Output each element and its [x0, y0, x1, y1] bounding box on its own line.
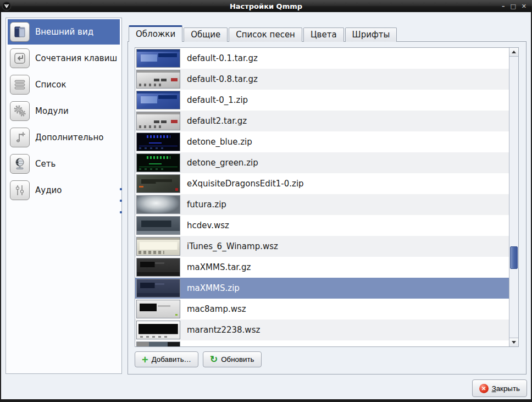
refresh-skins-button[interactable]: ↻ Обновить [203, 351, 262, 367]
misc-icon [10, 128, 30, 147]
skin-name: marantz2238.wsz [180, 325, 260, 335]
skin-thumbnail [136, 216, 180, 235]
maximize-button[interactable]: □ [510, 3, 516, 9]
skin-name: maXMMS.tar.gz [180, 262, 251, 272]
skin-thumbnail [136, 342, 180, 346]
sidebar-item-label: Модули [35, 106, 69, 116]
skin-name: futura.zip [180, 200, 226, 210]
refresh-icon: ↻ [210, 355, 218, 364]
appearance-tabbar: Обложки Общие Список песен Цвета Шрифты [129, 25, 398, 42]
skin-thumbnail [136, 237, 180, 256]
skin-name: default-0_1.zip [180, 95, 248, 105]
network-icon [10, 154, 30, 174]
skin-list-item[interactable]: default-0_1.zip [135, 90, 509, 111]
skin-thumbnail [136, 195, 180, 214]
plus-icon: + [142, 356, 148, 364]
minimize-button[interactable]: – [502, 3, 505, 9]
splitter-dot [120, 211, 122, 213]
sidebar-item-audio[interactable]: Аудио [8, 178, 120, 203]
refresh-skins-label: Обновить [221, 355, 254, 364]
tab-song-list[interactable]: Список песен [229, 27, 302, 42]
tab-skins[interactable]: Обложки [129, 25, 182, 42]
audio-icon [10, 180, 30, 200]
sidebar-item-network[interactable]: Сеть [8, 151, 120, 177]
close-window-button[interactable]: ✕ [522, 3, 527, 9]
skin-thumbnail [136, 133, 180, 151]
close-dialog-label: Закрыть [492, 384, 520, 393]
skin-list-item[interactable]: maXMMS.tar.gz [135, 257, 509, 278]
skin-thumbnail [136, 112, 180, 130]
skin-name: detone_green.zip [180, 158, 258, 168]
sidebar-item-label: Аудио [35, 185, 62, 195]
skin-list-item-selected[interactable]: maXMMS.zip [135, 278, 509, 299]
tab-colors[interactable]: Цвета [303, 27, 344, 42]
skin-thumbnail [136, 321, 180, 339]
skin-name: default-0.1.tar.gz [180, 53, 258, 63]
sidebar-item-misc[interactable]: Дополнительно [8, 125, 120, 150]
skin-thumbnail [136, 279, 180, 298]
list-scrollbar[interactable] [509, 48, 518, 346]
shortcuts-icon [10, 48, 30, 68]
sidebar-item-label: Сочетания клавиш [35, 53, 117, 63]
sidebar-item-shortcuts[interactable]: Сочетания клавиш [8, 46, 120, 71]
skin-name: iTunes_6_Winamp.wsz [180, 241, 278, 251]
scrollbar-thumb[interactable] [510, 246, 518, 269]
skin-rows: default-0.1.tar.gz default-0.8.tar.gz de… [135, 48, 509, 346]
add-skin-label: Добавить… [152, 355, 191, 364]
scroll-up-icon [512, 51, 516, 53]
tab-general[interactable]: Общие [184, 27, 228, 42]
window-title: Настройки Qmmp [0, 2, 532, 10]
skin-name: maXMMS.zip [180, 283, 240, 293]
skin-list: default-0.1.tar.gz default-0.8.tar.gz de… [135, 47, 519, 347]
skin-list-item[interactable]: detone_blue.zip [135, 131, 509, 152]
scroll-up-button[interactable] [509, 48, 518, 57]
settings-window: Настройки Qmmp – □ ✕ Внешний вид [0, 0, 532, 402]
skin-thumbnail [136, 258, 180, 277]
skin-list-item[interactable] [135, 340, 509, 346]
appearance-icon [10, 22, 30, 42]
skin-list-item[interactable]: hcdev.wsz [135, 215, 509, 236]
close-icon: ✕ [479, 384, 489, 393]
skin-list-item[interactable]: iTunes_6_Winamp.wsz [135, 236, 509, 257]
skin-name: eXquisiteDragonsEdit1-0.zip [180, 179, 304, 189]
close-dialog-button[interactable]: ✕ Закрыть [472, 379, 527, 397]
sidebar-splitter-handle[interactable] [119, 188, 123, 213]
sidebar-item-label: Список [35, 80, 66, 90]
skin-name: detone_blue.zip [180, 137, 252, 147]
list-actions: + Добавить… ↻ Обновить [135, 351, 262, 367]
skin-list-item[interactable]: mac8amp.wsz [135, 299, 509, 320]
sidebar-item-label: Дополнительно [35, 133, 103, 142]
sidebar-item-appearance[interactable]: Внешний вид [8, 19, 120, 45]
skin-thumbnail [136, 70, 180, 89]
skin-list-item[interactable]: marantz2238.wsz [135, 320, 509, 340]
titlebar[interactable]: Настройки Qmmp – □ ✕ [0, 0, 532, 12]
sidebar-item-plugins[interactable]: Модули [8, 98, 120, 124]
plugins-icon [10, 101, 30, 121]
skin-thumbnail [136, 300, 180, 318]
add-skin-button[interactable]: + Добавить… [135, 351, 198, 367]
playlist-icon [10, 75, 30, 95]
scroll-down-icon [512, 341, 516, 344]
splitter-dot [120, 200, 122, 202]
skin-thumbnail [136, 153, 180, 172]
skin-list-item[interactable]: default-0.1.tar.gz [135, 48, 509, 69]
skin-list-item[interactable]: eXquisiteDragonsEdit1-0.zip [135, 173, 509, 194]
sidebar-item-label: Внешний вид [35, 27, 93, 37]
skin-name: default2.tar.gz [180, 116, 247, 126]
skin-list-item[interactable]: default-0.8.tar.gz [135, 69, 509, 90]
skin-name: hcdev.wsz [180, 221, 229, 230]
tab-fonts[interactable]: Шрифты [345, 27, 397, 42]
sidebar-item-label: Сеть [35, 159, 56, 169]
skin-thumbnail [136, 49, 180, 68]
skin-list-item[interactable]: default2.tar.gz [135, 111, 509, 131]
scroll-down-button[interactable] [509, 338, 518, 346]
dialog-body: Внешний вид Сочетания клавиш [1, 12, 531, 399]
skin-list-item[interactable]: detone_green.zip [135, 152, 509, 173]
sidebar-item-playlist[interactable]: Список [8, 72, 120, 97]
skin-list-item[interactable]: futura.zip [135, 194, 509, 215]
qmmp-logo-icon [2, 1, 12, 11]
skin-thumbnail [136, 174, 180, 193]
skin-name: default-0.8.tar.gz [180, 74, 258, 84]
category-sidebar: Внешний вид Сочетания клавиш [5, 18, 122, 374]
skin-name: mac8amp.wsz [180, 304, 246, 314]
